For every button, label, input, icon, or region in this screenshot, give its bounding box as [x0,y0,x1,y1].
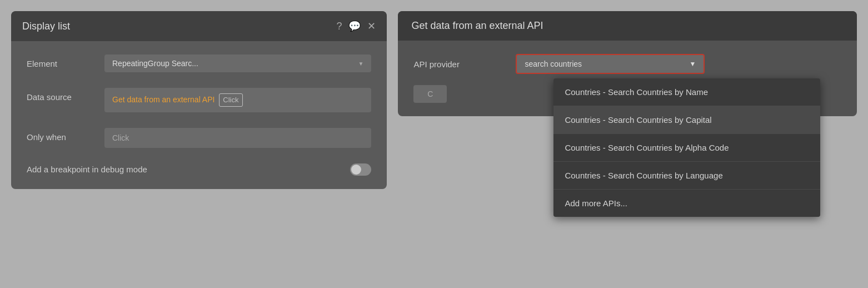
api-provider-dropdown[interactable]: search countries ▼ [516,54,705,74]
api-provider-label: API provider [413,59,502,69]
datasource-label: Data source [27,88,104,102]
right-panel-body: API provider search countries ▼ C Countr… [398,41,857,116]
only-when-placeholder: Click [112,133,129,142]
only-when-input[interactable]: Click [104,128,371,148]
datasource-button[interactable]: Get data from an external API Click [104,88,371,112]
dropdown-item-alpha[interactable]: Countries - Search Countries by Alpha Co… [553,134,820,162]
breakpoint-toggle[interactable] [350,163,371,176]
help-icon[interactable]: ? [336,21,342,32]
click-badge[interactable]: Click [219,93,242,107]
right-panel-title: Get data from an external API [411,20,543,31]
element-value: RepeatingGroup Searc... [112,59,198,68]
chat-icon[interactable]: 💬 [348,20,361,32]
only-when-control: Click [104,128,371,148]
element-label: Element [27,54,104,68]
panel-body: Element RepeatingGroup Searc... ▼ Data s… [11,41,387,189]
breakpoint-row: Add a breakpoint in debug mode [27,163,371,176]
dropdown-item-language[interactable]: Countries - Search Countries by Language [553,162,820,190]
dropdown-item-capital[interactable]: Countries - Search Countries by Capital [553,106,820,134]
api-provider-value: search countries [525,59,582,68]
datasource-text: Get data from an external API [112,95,214,104]
external-api-panel: Get data from an external API API provid… [398,11,857,116]
right-panel-header: Get data from an external API [398,11,857,41]
only-when-label: Only when [27,128,104,142]
panel-title: Display list [22,21,70,32]
display-list-panel: Display list ? 💬 ✕ Element RepeatingGrou… [11,11,387,189]
element-row: Element RepeatingGroup Searc... ▼ [27,54,371,72]
datasource-row: Data source Get data from an external AP… [27,88,371,112]
dropdown-item-name[interactable]: Countries - Search Countries by Name [553,78,820,106]
element-control: RepeatingGroup Searc... ▼ [104,54,371,72]
dropdown-item-add-more[interactable]: Add more APIs... [553,190,820,217]
api-dropdown-menu: Countries - Search Countries by Name Cou… [553,78,820,217]
header-icons: ? 💬 ✕ [336,20,376,32]
chevron-down-icon: ▼ [358,61,363,67]
panel-header: Display list ? 💬 ✕ [11,11,387,41]
chevron-down-icon: ▼ [690,60,696,68]
close-icon[interactable]: ✕ [367,20,376,32]
breakpoint-label: Add a breakpoint in debug mode [27,165,147,174]
second-row-placeholder: C [413,85,447,103]
api-provider-row: API provider search countries ▼ [413,54,841,74]
datasource-control: Get data from an external API Click [104,88,371,112]
element-dropdown[interactable]: RepeatingGroup Searc... ▼ [104,54,371,72]
only-when-row: Only when Click [27,128,371,148]
